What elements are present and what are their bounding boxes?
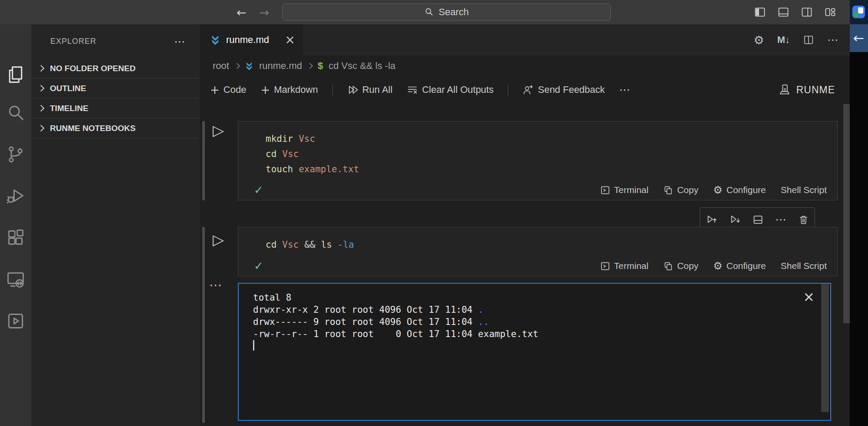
run-and-debug-icon[interactable] xyxy=(5,186,26,206)
token-operator: && xyxy=(304,239,315,250)
explorer-icon[interactable] xyxy=(5,64,26,85)
success-check-icon: ✓ xyxy=(254,260,263,272)
search-placeholder: Search xyxy=(439,7,469,18)
terminal-button[interactable]: Terminal xyxy=(600,185,648,195)
language-label: Shell Script xyxy=(781,261,827,271)
tab-label: runme.md xyxy=(226,34,269,46)
extensions-icon[interactable] xyxy=(5,227,26,248)
token-argument: Vsc xyxy=(282,239,299,250)
editor-scrollbar[interactable] xyxy=(843,104,850,323)
execute-above-icon[interactable] xyxy=(706,214,717,226)
add-markdown-cell-button[interactable]: + Markdown xyxy=(260,84,318,95)
code-line: mkdirVsc xyxy=(266,131,837,146)
customize-layout-icon[interactable] xyxy=(824,6,836,18)
command-center-search[interactable]: Search xyxy=(282,3,611,21)
copy-button[interactable]: Copy xyxy=(663,185,698,195)
remote-explorer-icon[interactable] xyxy=(5,269,26,290)
clear-all-outputs-icon xyxy=(407,84,418,95)
toggle-panel-icon[interactable] xyxy=(777,6,789,18)
cell-more-actions-icon[interactable]: ⋯ xyxy=(775,214,786,225)
runme-file-icon xyxy=(245,61,253,71)
output-more-actions-icon[interactable]: ⋯ xyxy=(209,279,222,292)
copy-button[interactable]: Copy xyxy=(663,261,698,271)
delete-cell-icon[interactable] xyxy=(798,214,809,225)
runme-file-icon xyxy=(210,34,220,46)
code-cell-1[interactable]: mkdirVsc cdVsc touchexample.txt ✓ Termin… xyxy=(238,121,838,200)
search-view-icon[interactable] xyxy=(5,102,26,123)
token-command: ls xyxy=(321,239,332,250)
sidebar-item-no-folder-opened[interactable]: NO FOLDER OPENED xyxy=(31,59,200,79)
sidebar-item-outline[interactable]: OUTLINE xyxy=(31,79,200,98)
chevron-right-icon xyxy=(38,65,45,72)
source-control-icon[interactable] xyxy=(5,144,26,165)
section-label: NO FOLDER OPENED xyxy=(50,64,135,73)
language-indicator[interactable]: Shell Script xyxy=(781,261,827,271)
code-line: cdVsc xyxy=(266,146,837,161)
plus-icon: + xyxy=(210,84,220,95)
token-argument: Vsc xyxy=(299,134,315,144)
settings-gear-icon[interactable]: ⚙ xyxy=(753,34,764,46)
terminal-button[interactable]: Terminal xyxy=(600,261,648,271)
sidebar-item-timeline[interactable]: TIMELINE xyxy=(31,98,200,118)
token-command: touch xyxy=(266,164,293,174)
toolbar-more-actions-icon[interactable]: ⋯ xyxy=(619,84,631,95)
cell-output-terminal[interactable]: total 8 drwxr-xr-x 2 root root 4096 Oct … xyxy=(238,283,831,421)
token-command: mkdir xyxy=(266,134,293,144)
section-label: TIMELINE xyxy=(50,104,89,113)
output-scrollbar[interactable] xyxy=(821,284,829,412)
more-actions-icon[interactable]: ⋯ xyxy=(827,34,838,46)
sidebar-item-runme-notebooks[interactable]: RUNME NOTEBOOKS xyxy=(31,118,200,138)
terminal-output-text: total 8 drwxr-xr-x 2 root root 4096 Oct … xyxy=(239,284,830,352)
notebook-toolbar: + Code + Markdown Run All Clear All Outp… xyxy=(200,76,850,103)
vscode-window: ← → Search xyxy=(0,0,868,426)
split-editor-icon[interactable] xyxy=(803,34,814,46)
run-cell-button[interactable]: ▷ xyxy=(213,232,224,247)
forward-arrow-icon[interactable]: → xyxy=(260,7,270,18)
add-code-cell-button[interactable]: + Code xyxy=(210,84,246,95)
configure-button[interactable]: ⚙ Configure xyxy=(713,185,766,195)
runme-brand-icon xyxy=(779,84,791,96)
cell-status-bar: ✓ Terminal Copy ⚙ Configure xyxy=(238,180,837,200)
toggle-primary-sidebar-icon[interactable] xyxy=(754,6,766,18)
sidebar-more-actions-icon[interactable]: ⋯ xyxy=(174,36,186,47)
clear-all-outputs-button[interactable]: Clear All Outputs xyxy=(407,84,493,95)
cell-status-bar: ✓ Terminal Copy ⚙ Configure xyxy=(238,256,837,276)
cell-editor[interactable]: cdVsc&&ls-la xyxy=(238,227,837,252)
split-cell-icon[interactable] xyxy=(752,214,764,226)
configure-button[interactable]: ⚙ Configure xyxy=(713,261,766,271)
chevron-right-icon xyxy=(38,125,45,131)
sidebar-title: EXPLORER xyxy=(50,37,96,46)
button-label: Code xyxy=(224,84,247,95)
run-all-button[interactable]: Run All xyxy=(347,84,393,95)
send-feedback-button[interactable]: Send Feedback xyxy=(523,84,605,95)
terminal-cursor xyxy=(253,340,254,351)
tab-runme-md[interactable]: runme.md × xyxy=(200,24,303,56)
breadcrumb: root runme.md $ cd Vsc && ls -la xyxy=(213,56,395,76)
send-feedback-icon xyxy=(523,84,534,95)
gear-icon: ⚙ xyxy=(713,261,723,271)
success-check-icon: ✓ xyxy=(254,184,263,196)
run-cell-button[interactable]: ▷ xyxy=(213,123,224,138)
chevron-right-icon xyxy=(38,105,45,111)
toggle-secondary-sidebar-icon[interactable] xyxy=(801,6,813,18)
tab-close-icon[interactable]: × xyxy=(285,34,295,46)
close-output-icon[interactable]: × xyxy=(803,290,815,304)
search-icon xyxy=(424,7,434,17)
breadcrumb-file[interactable]: runme.md xyxy=(259,60,302,72)
code-line: touchexample.txt xyxy=(266,161,837,177)
cell-editor[interactable]: mkdirVsc cdVsc touchexample.txt xyxy=(238,121,837,177)
tab-bar: runme.md × ⚙ M↓ ⋯ xyxy=(200,24,850,56)
output-line: total 8 xyxy=(253,292,292,303)
breadcrumb-root[interactable]: root xyxy=(213,60,229,72)
execute-below-icon[interactable] xyxy=(729,214,741,226)
runme-notebooks-icon[interactable] xyxy=(5,311,26,331)
run-all-icon xyxy=(347,84,358,95)
history-nav: ← → xyxy=(237,0,269,24)
code-cell-2[interactable]: cdVsc&&ls-la ✓ Terminal Copy xyxy=(238,227,838,276)
back-arrow-icon[interactable]: ← xyxy=(237,7,247,18)
breadcrumb-command[interactable]: cd Vsc && ls -la xyxy=(329,60,395,72)
app-icon-shape xyxy=(858,7,863,13)
language-indicator[interactable]: Shell Script xyxy=(781,185,827,195)
open-preview-icon[interactable]: M↓ xyxy=(777,34,790,46)
activity-bar xyxy=(0,24,31,426)
